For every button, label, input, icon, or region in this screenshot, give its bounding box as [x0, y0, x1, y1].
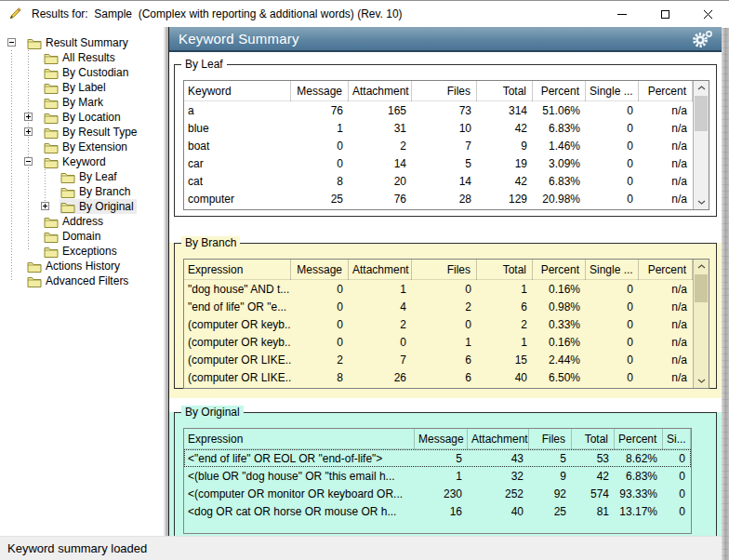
table-cell: <(blue OR "dog house" OR "this email h..…: [184, 470, 415, 483]
column-header-message[interactable]: Message: [415, 429, 468, 449]
minimize-button[interactable]: [601, 1, 643, 27]
column-header-message[interactable]: Message: [291, 81, 349, 101]
table-row[interactable]: "dog house" AND t...01010.16%0n/a: [184, 280, 693, 298]
maximize-button[interactable]: [643, 1, 686, 27]
table-row[interactable]: car0145193.09%0n/a: [184, 154, 693, 172]
tree-item-keyword[interactable]: Keyword: [0, 154, 161, 169]
gear-icon[interactable]: [691, 29, 715, 49]
tree-item-by-label[interactable]: By Label: [0, 80, 161, 95]
tree-item-address[interactable]: Address: [0, 214, 161, 229]
section-by-original: By Original ExpressionMessageAttachmentF…: [169, 412, 722, 536]
table-row[interactable]: boat02791.46%0n/a: [184, 137, 693, 154]
collapse-icon[interactable]: [7, 38, 16, 47]
table-row[interactable]: <(blue OR "dog house" OR "this email h..…: [184, 467, 691, 485]
tree-item-by-extension[interactable]: By Extension: [0, 140, 161, 154]
table-row[interactable]: (computer OR keyb...00110.16%0n/a: [184, 333, 693, 351]
table-row[interactable]: "end of life" OR "e...04260.98%0n/a: [184, 298, 693, 315]
table-row[interactable]: (computer OR keyb...02020.33%0n/a: [184, 315, 693, 333]
table-row[interactable]: computer25762812920.98%0n/a: [184, 190, 693, 207]
column-header-single[interactable]: Single ...: [586, 81, 639, 101]
chevron-up-icon[interactable]: [694, 260, 709, 273]
group-box-by-leaf: By Leaf KeywordMessageAttachmentFilesTot…: [174, 64, 717, 217]
table-cell: 9: [477, 140, 533, 153]
tree-item-by-original[interactable]: By Original: [0, 199, 161, 214]
table-row[interactable]: (computer OR LIKE...276152.44%0n/a: [184, 351, 693, 368]
column-header-attachment[interactable]: Attachment: [468, 429, 529, 449]
table-cell: 0: [663, 452, 691, 465]
chevron-up-icon[interactable]: [694, 81, 709, 95]
expand-icon[interactable]: [41, 202, 49, 210]
column-header-keyword[interactable]: Keyword: [184, 81, 291, 101]
tree-item-by-leaf[interactable]: By Leaf: [0, 169, 161, 184]
chevron-down-icon[interactable]: [694, 195, 709, 209]
table-header-row: ExpressionMessageAttachmentFilesTotalPer…: [184, 429, 691, 449]
expand-icon[interactable]: [24, 113, 33, 121]
vertical-scrollbar[interactable]: [693, 81, 709, 209]
folder-icon: [44, 112, 59, 124]
tree-item-by-custodian[interactable]: By Custodian: [0, 65, 161, 80]
table-row[interactable]: blue13110426.83%0n/a: [184, 119, 693, 137]
tree-item-by-location[interactable]: By Location: [0, 110, 161, 125]
tree-item-advanced-filters[interactable]: Advanced Filters: [0, 273, 161, 288]
vertical-scrollbar[interactable]: [693, 260, 709, 388]
tree-item-by-mark[interactable]: By Mark: [0, 95, 161, 110]
table-cell: n/a: [639, 283, 693, 296]
column-header-percent[interactable]: Percent: [533, 81, 586, 101]
scrollbar-thumb[interactable]: [695, 96, 708, 131]
by-branch-table[interactable]: ExpressionMessageAttachmentFilesTotalPer…: [183, 259, 709, 389]
by-original-table[interactable]: ExpressionMessageAttachmentFilesTotalPer…: [183, 428, 692, 534]
tree-item-by-branch[interactable]: By Branch: [0, 184, 161, 199]
table-row[interactable]: (computer OR LIKE...8266406.50%0n/a: [184, 368, 693, 386]
column-header-files[interactable]: Files: [412, 81, 477, 101]
column-header-percent[interactable]: Percent: [615, 429, 663, 449]
column-header-total[interactable]: Total: [477, 260, 533, 280]
table-row[interactable]: cat82014426.83%0n/a: [184, 172, 693, 190]
column-header-percent[interactable]: Percent: [639, 260, 693, 280]
table-cell: 8.62%: [615, 452, 663, 465]
column-header-attachment[interactable]: Attachment: [349, 260, 412, 280]
table-cell: 25: [291, 193, 349, 206]
column-header-percent[interactable]: Percent: [533, 260, 586, 280]
table-cell: 5: [412, 157, 477, 170]
column-header-files[interactable]: Files: [529, 429, 572, 449]
collapse-icon[interactable]: [24, 157, 33, 166]
chevron-down-icon[interactable]: [694, 374, 709, 388]
tree-item-all-results[interactable]: All Results: [0, 50, 161, 65]
column-header-attachment[interactable]: Attachment: [349, 81, 412, 101]
tree-item-actions-history[interactable]: Actions History: [0, 259, 161, 273]
table-row[interactable]: <(computer OR monitor OR keyboard OR...2…: [184, 485, 691, 502]
table-cell: <(computer OR monitor OR keyboard OR...: [184, 487, 415, 500]
tree-item-domain[interactable]: Domain: [0, 229, 161, 244]
tree-item-label: By Extension: [62, 140, 127, 153]
table-row[interactable]: a761657331451.06%0n/a: [184, 101, 693, 119]
column-header-expression[interactable]: Expression: [184, 429, 415, 449]
table-cell: 1: [477, 283, 533, 296]
table-row[interactable]: <"end of life" OR EOL OR "end-of-life">5…: [184, 449, 691, 467]
expand-icon[interactable]: [24, 127, 33, 136]
column-header-single[interactable]: Single ...: [586, 260, 639, 280]
right-scrollbar[interactable]: [722, 28, 729, 560]
table-cell: 0: [291, 283, 349, 296]
table-cell: 6: [412, 353, 477, 367]
tree-item-by-result-type[interactable]: By Result Type: [0, 125, 161, 140]
table-cell: 0: [586, 157, 639, 170]
column-header-si[interactable]: Si...: [663, 429, 691, 449]
by-leaf-table[interactable]: KeywordMessageAttachmentFilesTotalPercen…: [183, 80, 709, 210]
column-header-files[interactable]: Files: [412, 260, 477, 280]
tree-item-result-summary[interactable]: Result Summary: [0, 35, 161, 50]
panel-splitter[interactable]: [161, 27, 168, 536]
table-cell: boat: [184, 140, 291, 153]
column-header-total[interactable]: Total: [572, 429, 615, 449]
column-header-message[interactable]: Message: [291, 260, 349, 280]
close-button[interactable]: [686, 1, 729, 27]
table-row[interactable]: <dog OR cat OR horse OR mouse OR h...164…: [184, 502, 691, 520]
table-cell: 15: [477, 353, 533, 367]
tree-item-exceptions[interactable]: Exceptions: [0, 244, 161, 259]
column-header-total[interactable]: Total: [477, 81, 533, 101]
table-cell: 0: [412, 283, 477, 296]
column-header-expression[interactable]: Expression: [184, 260, 291, 280]
column-header-percent[interactable]: Percent: [639, 81, 693, 101]
scrollbar-thumb[interactable]: [695, 274, 708, 302]
table-cell: 40: [468, 505, 529, 518]
table-cell: (computer OR keyb...: [184, 336, 291, 349]
